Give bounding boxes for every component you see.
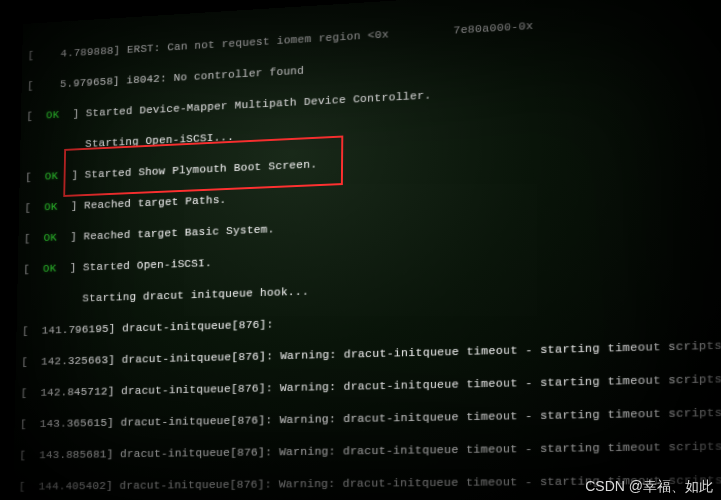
dracut-first-line: [ 141.796195] dracut-initqueue[876]: (22, 304, 721, 339)
systemd-msg: Started Show Plymouth Boot Screen. (85, 157, 318, 180)
systemd-line: [ OK ] Started Open-iSCSI. (23, 237, 721, 277)
systemd-msg: Starting Open-iSCSI... (85, 130, 234, 150)
systemd-line: Starting dracut initqueue hook... (23, 270, 721, 308)
systemd-msg: Starting dracut initqueue hook... (82, 285, 309, 305)
systemd-msg: Reached target Paths. (84, 193, 227, 212)
status-ok: OK (44, 231, 57, 244)
systemd-msg: Started Open-iSCSI. (83, 256, 212, 273)
status-ok: OK (46, 108, 59, 121)
status-ok: OK (44, 200, 57, 213)
watermark-text: CSDN @幸福、如此 (585, 478, 713, 496)
systemd-msg: Started Device-Mapper Multipath Device C… (86, 88, 432, 119)
systemd-msg: Reached target Basic System. (84, 222, 275, 242)
dracut-timeout-line: [ 143.885681] dracut-initqueue[876]: War… (19, 438, 721, 463)
status-ok: OK (43, 262, 57, 275)
status-ok: OK (45, 169, 58, 182)
dracut-timeout-line: [ 142.325663] dracut-initqueue[876]: War… (21, 337, 721, 370)
dracut-timeout-line: [ 143.365615] dracut-initqueue[876]: War… (20, 404, 721, 432)
dracut-timeout-line: [ 142.845712] dracut-initqueue[876]: War… (21, 371, 721, 401)
boot-console: [ 4.789888] ERST: Can not request iomem … (13, 0, 721, 500)
